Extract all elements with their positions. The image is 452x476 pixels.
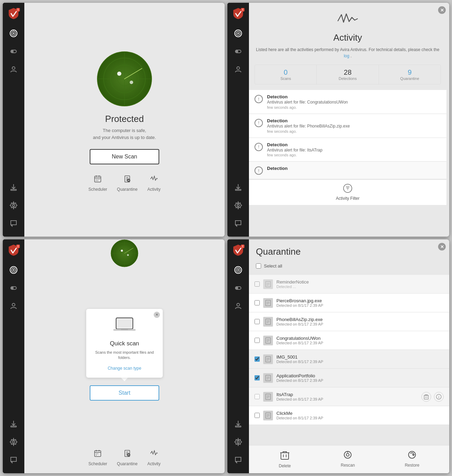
quarantine-title: Quarantine <box>256 246 442 257</box>
select-all-checkbox[interactable] <box>256 263 261 269</box>
svg-rect-9 <box>11 189 16 190</box>
q-checkbox-4[interactable] <box>255 356 260 362</box>
nav-item-scheduler-3[interactable]: Scheduler <box>88 449 107 466</box>
svg-point-18 <box>117 72 121 76</box>
svg-text:!: ! <box>242 8 243 11</box>
panel-activity: ! ✕ Activ <box>227 3 449 237</box>
q-item-name-0: ReminderNotice <box>276 279 444 285</box>
sidebar-item-protection-3[interactable] <box>3 279 24 297</box>
sidebar-item-messages-4[interactable] <box>227 451 249 469</box>
q-checkbox-6[interactable] <box>255 394 260 399</box>
sidebar-item-scanner-2[interactable] <box>227 24 249 42</box>
q-file-icon-2 <box>263 317 273 327</box>
sidebar-item-download-4[interactable] <box>227 415 249 433</box>
nav-item-quarantine-1[interactable]: Quarantine <box>117 175 137 192</box>
delete-action[interactable]: Delete <box>279 450 291 468</box>
bottom-nav-1: Scheduler Quarantine Activity <box>88 175 160 192</box>
svg-point-92 <box>237 303 240 306</box>
scans-label: Scans <box>280 76 291 81</box>
detections-label: Detections <box>339 76 357 81</box>
logo-3: ! <box>3 239 24 261</box>
sidebar-item-scanner[interactable] <box>3 24 24 42</box>
svg-rect-123 <box>424 395 428 399</box>
sidebar-item-protection[interactable] <box>3 42 24 60</box>
sidebar-item-protection-4[interactable] <box>227 279 249 297</box>
nav-item-activity-3[interactable]: Activity <box>147 449 161 466</box>
activity-log-link[interactable]: log <box>344 54 349 58</box>
stat-quarantine[interactable]: 9 Quarantine <box>379 65 441 84</box>
close-button-activity[interactable]: ✕ <box>438 6 446 14</box>
svg-point-94 <box>237 441 239 443</box>
q-file-icon-1 <box>263 298 273 308</box>
card-pointer <box>121 378 128 381</box>
activity-stats: 0 Scans 28 Detections 9 Quarantine <box>255 65 441 84</box>
sidebar-item-download-3[interactable] <box>3 415 24 433</box>
nav-item-scheduler-1[interactable]: Scheduler <box>88 175 107 192</box>
q-checkbox-2[interactable] <box>255 319 260 324</box>
close-button-quarantine[interactable]: ✕ <box>438 243 446 251</box>
stat-detections[interactable]: 28 Detections <box>317 65 379 84</box>
sidebar-item-scanner-4[interactable] <box>227 261 249 279</box>
q-checkbox-0[interactable] <box>255 281 260 287</box>
sidebar-item-settings-4[interactable] <box>227 433 249 451</box>
protected-title: Protected <box>105 114 144 124</box>
q-item-text-1: PierceBrosnan.jpg.exe Detected on 8/1/17… <box>276 298 444 307</box>
activity-icon-3 <box>150 449 158 460</box>
q-delete-btn-6[interactable] <box>421 392 431 402</box>
svg-rect-69 <box>117 319 132 328</box>
close-button-scan-card[interactable]: ✕ <box>154 312 160 318</box>
svg-point-51 <box>10 266 17 273</box>
sidebar-item-messages-2[interactable] <box>227 214 249 232</box>
sidebar-item-download-2[interactable] <box>227 178 249 196</box>
svg-point-56 <box>12 303 15 306</box>
rescan-action[interactable]: Rescan <box>341 450 355 468</box>
sidebar-item-settings[interactable] <box>3 196 24 214</box>
sidebar-item-account[interactable] <box>3 60 24 79</box>
svg-point-39 <box>237 33 239 34</box>
svg-point-3 <box>11 31 16 35</box>
detection-body-1: Antivirus alert for file: PhoneBillAsZip… <box>267 123 441 129</box>
sidebar-4: ! <box>227 239 249 473</box>
restore-action[interactable]: Restore <box>405 450 419 468</box>
sidebar-item-account-3[interactable] <box>3 297 24 315</box>
stat-scans[interactable]: 0 Scans <box>255 65 317 84</box>
svg-text:!: ! <box>18 245 19 248</box>
radar-animation <box>97 51 152 107</box>
svg-point-91 <box>236 287 238 289</box>
main-content-activity: ✕ Activity Listed here are all the activ… <box>249 3 449 237</box>
sidebar-item-settings-2[interactable] <box>227 196 249 214</box>
nav-item-quarantine-3[interactable]: Quarantine <box>117 449 137 466</box>
q-info-btn-6[interactable]: i <box>434 392 444 402</box>
q-checkbox-3[interactable] <box>255 338 260 343</box>
select-all-label[interactable]: Select all <box>264 263 282 269</box>
panel-protected: ! <box>3 3 225 237</box>
q-file-icon-4 <box>263 354 273 364</box>
new-scan-button[interactable]: New Scan <box>90 149 159 164</box>
start-button[interactable]: Start <box>90 385 159 401</box>
laptop-icon <box>113 316 136 337</box>
svg-point-66 <box>121 250 123 252</box>
svg-text:!: ! <box>242 245 243 248</box>
sidebar-item-settings-3[interactable] <box>3 433 24 451</box>
svg-rect-43 <box>235 189 241 190</box>
q-item-text-4: IMG_5001 Detected on 8/1/17 2:39 AP <box>276 354 444 364</box>
nav-item-activity-1[interactable]: Activity <box>147 175 161 192</box>
q-checkbox-1[interactable] <box>255 300 260 305</box>
q-item-name-3: CongratulationsUWon <box>276 336 444 341</box>
change-scan-type-link[interactable]: Change scan type <box>108 366 142 371</box>
sidebar-item-account-2[interactable] <box>227 60 249 79</box>
sidebar-item-account-4[interactable] <box>227 297 249 315</box>
sidebar-item-scanner-3[interactable] <box>3 261 24 279</box>
sidebar-item-protection-2[interactable] <box>227 42 249 60</box>
sidebar-item-messages[interactable] <box>3 214 24 232</box>
q-checkbox-7[interactable] <box>255 413 260 418</box>
q-checkbox-5[interactable] <box>255 375 260 380</box>
activity-filter-bar[interactable]: Activity Filter <box>249 179 446 205</box>
sidebar-item-download[interactable] <box>3 178 24 196</box>
svg-point-67 <box>127 254 129 256</box>
svg-point-55 <box>11 287 13 289</box>
activity-description: Listed here are all the activities perfo… <box>256 47 439 59</box>
restore-icon <box>407 450 417 461</box>
sidebar-item-messages-3[interactable] <box>3 451 24 469</box>
q-item-date-2: Detected on 8/1/17 2:39 AP <box>276 322 444 326</box>
